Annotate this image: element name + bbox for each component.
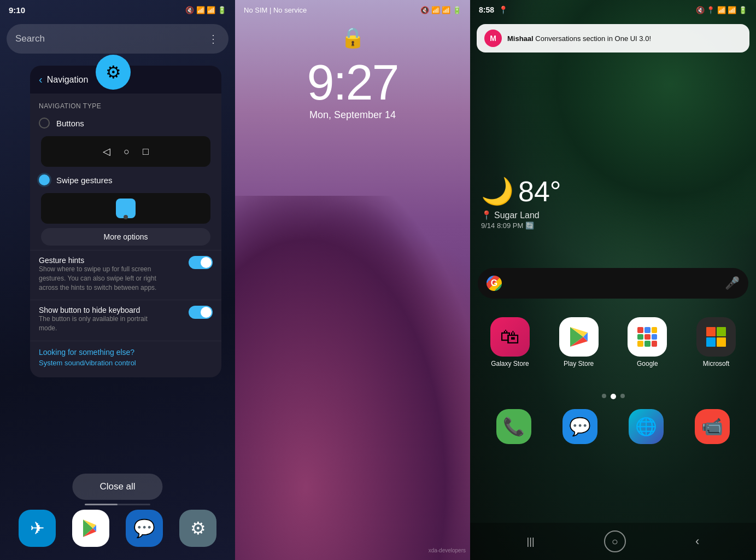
buttons-label: Buttons <box>56 119 84 128</box>
search-placeholder: Search <box>15 33 208 44</box>
lockscreen-status-bar: No SIM | No service 🔇 📶 📶 🔋 <box>235 0 470 20</box>
recents-dock: ✈ 💬 ⚙ <box>0 510 235 547</box>
google-label: Google <box>637 360 658 368</box>
lockscreen-status-left: No SIM | No service <box>244 6 307 14</box>
microsoft-icon-bg <box>696 317 736 357</box>
looking-section: Looking for something else? System sound… <box>30 341 221 374</box>
swipe-radio[interactable] <box>39 174 50 185</box>
camera-record-icon: 📹 <box>701 416 723 437</box>
phone-handset-icon: 📞 <box>503 416 525 437</box>
galaxy-store-label: Galaxy Store <box>491 360 529 368</box>
nav-recent-icon: □ <box>143 146 149 158</box>
buttons-radio[interactable] <box>39 118 50 129</box>
show-button-title: Show button to hide keyboard <box>39 306 159 314</box>
gesture-hints-header: Gesture hints Show where to swipe up for… <box>39 256 213 292</box>
microsoft-label: Microsoft <box>703 360 730 368</box>
nav-recent-apps-icon[interactable]: ||| <box>527 536 535 547</box>
microphone-icon[interactable]: 🎤 <box>725 276 740 290</box>
recents-search-bar[interactable]: Search ⋮ <box>7 24 228 54</box>
app-galaxy-store[interactable]: 🛍 Galaxy Store <box>485 317 535 368</box>
dock-settings[interactable]: ⚙ <box>179 510 216 547</box>
dock-internet[interactable]: 🌐 <box>626 409 666 444</box>
galaxy-store-bag-icon: 🛍 <box>500 325 520 348</box>
screen-recorder-icon: 📹 <box>695 409 730 444</box>
no-sim-text: No SIM | No service <box>244 6 307 14</box>
swipe-radio-row[interactable]: Swipe gestures <box>30 169 221 191</box>
settings-float-icon[interactable]: ⚙ <box>96 55 131 90</box>
home-status-bar: 8:58 📍 🔇 📍 📶 📶 🔋 <box>470 0 756 20</box>
dock-screen-recorder[interactable]: 📹 <box>693 409 732 444</box>
app-play-store[interactable]: Play Store <box>554 317 603 368</box>
status-time-recents: 9:10 <box>9 5 25 15</box>
notification-banner[interactable]: M Mishaal Conversations section in One U… <box>477 24 749 52</box>
microsoft-grid-icon <box>706 327 726 347</box>
back-icon[interactable]: ‹ <box>39 73 43 86</box>
location-name: Sugar Land <box>494 211 540 220</box>
nav-home-button[interactable]: ○ <box>604 530 626 552</box>
weather-widget: 🌙 84° 📍 Sugar Land 9/14 8:09 PM 🔄 <box>481 175 745 230</box>
nav-back-arrow-icon[interactable]: ‹ <box>695 534 699 549</box>
home-dock: 📞 💬 🌐 📹 <box>470 409 756 444</box>
home-status-right: 🔇 📍 📶 📶 🔋 <box>696 6 747 14</box>
gesture-hints-desc: Show where to swipe up for full screen g… <box>39 265 159 292</box>
weather-temp: 84° <box>518 175 561 208</box>
nav-home-circle-icon: ○ <box>612 535 618 548</box>
looking-title: Looking for something else? <box>39 348 213 357</box>
lock-icon: 🔒 <box>341 26 365 49</box>
settings-icon: ⚙ <box>190 518 206 539</box>
galaxy-store-icon: 🛍 <box>490 317 530 357</box>
nav-back-icon: ◁ <box>103 145 110 158</box>
dock-messages[interactable]: 💬 <box>560 409 600 444</box>
settings-card-title: Navigation <box>47 75 89 85</box>
scrollbar-thumb <box>85 504 118 505</box>
gesture-hints-toggle[interactable] <box>189 256 213 269</box>
notif-sender: Mishaal <box>507 34 534 43</box>
gesture-dot <box>124 215 128 219</box>
lockscreen-status-right: 🔇 📶 📶 🔋 <box>420 6 461 14</box>
notif-avatar: M <box>484 30 502 47</box>
search-more-icon[interactable]: ⋮ <box>208 32 220 45</box>
recents-scrollbar <box>0 504 235 505</box>
buttons-radio-row[interactable]: Buttons <box>30 112 221 134</box>
weather-location: 📍 Sugar Land <box>481 210 745 220</box>
watermark: xda-developers <box>429 547 466 553</box>
status-icons-recents: 🔇 📶 📶 🔋 <box>185 6 226 14</box>
home-location-icon: 📍 <box>499 5 508 14</box>
telegram-icon: ✈ <box>30 518 45 539</box>
dock-playstore[interactable] <box>72 510 109 547</box>
phone-icon: 📞 <box>496 409 531 444</box>
show-button-desc: The button is only available in portrait… <box>39 314 159 333</box>
nav-buttons-preview: ◁ ○ □ <box>41 136 210 167</box>
swipe-label: Swipe gestures <box>56 176 113 185</box>
gesture-hints-text: Gesture hints Show where to swipe up for… <box>39 256 159 292</box>
recents-panel: 9:10 🔇 📶 📶 🔋 Search ⋮ ⚙ ‹ Navigation Nav… <box>0 0 235 560</box>
nav-type-label: Navigation type <box>30 98 221 112</box>
app-google[interactable]: Google <box>623 317 672 368</box>
app-microsoft[interactable]: Microsoft <box>691 317 741 368</box>
home-nav-bar: ||| ○ ‹ <box>470 523 756 560</box>
globe-icon: 🌐 <box>635 416 657 437</box>
notif-message: Conversations section in One UI 3.0! <box>534 34 651 43</box>
nav-gesture-preview <box>41 193 210 224</box>
dock-phone[interactable]: 📞 <box>494 409 534 444</box>
more-options-button[interactable]: More options <box>41 228 210 246</box>
close-all-button[interactable]: Close all <box>72 474 162 500</box>
play-store-triangle-icon <box>567 325 591 349</box>
home-panel: 8:58 📍 🔇 📍 📶 📶 🔋 M Mishaal Conversations… <box>470 0 756 560</box>
chat-bubble-icon: 💬 <box>569 416 591 437</box>
page-dot-3[interactable] <box>620 394 625 398</box>
home-page-dots <box>470 394 756 399</box>
show-button-header: Show button to hide keyboard The button … <box>39 306 213 333</box>
dock-messages[interactable]: 💬 <box>126 510 163 547</box>
google-search-bar[interactable]: G 🎤 <box>478 268 748 299</box>
page-dot-1[interactable] <box>602 394 606 398</box>
system-sound-link[interactable]: System sound/vibration control <box>39 359 213 367</box>
page-dot-2-active[interactable] <box>611 394 616 399</box>
google-icon-bg <box>628 317 667 357</box>
weather-updated: 9/14 8:09 PM 🔄 <box>481 221 745 230</box>
show-button-toggle[interactable] <box>189 306 213 319</box>
dock-telegram[interactable]: ✈ <box>19 510 56 547</box>
location-pin-icon: 📍 <box>481 210 492 220</box>
lockscreen-panel: No SIM | No service 🔇 📶 📶 🔋 🔒 9:27 Mon, … <box>235 0 470 560</box>
settings-card-body: Navigation type Buttons ◁ ○ □ Swipe gest… <box>30 94 221 377</box>
